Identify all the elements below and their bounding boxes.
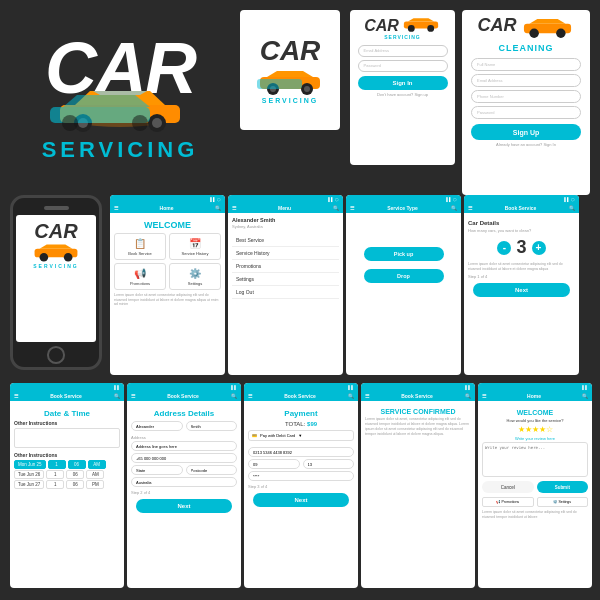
- dt-period-1[interactable]: AM: [88, 460, 106, 469]
- signup-button[interactable]: Sign Up: [471, 124, 581, 140]
- conf-header-title: Book Service: [401, 393, 433, 399]
- dt-search-icon: 🔍: [114, 393, 120, 399]
- review-textarea[interactable]: [482, 442, 588, 477]
- dt-min-3[interactable]: 06: [66, 480, 84, 489]
- menu-item-settings[interactable]: Settings: [232, 273, 339, 286]
- expiry-year[interactable]: [303, 459, 355, 469]
- review-buttons: Cancel Submit: [482, 481, 588, 493]
- next-button[interactable]: Next: [473, 283, 569, 297]
- email-input[interactable]: Email Address: [358, 45, 448, 57]
- menu-screen: ▌▌ ⬡ ☰ Menu 🔍 Alexander Smith Sydney, Au…: [228, 195, 343, 375]
- svg-point-8: [132, 115, 148, 131]
- pay-card-icon: 💳: [252, 433, 257, 438]
- settings-mini-card[interactable]: ⚙️ Settings: [537, 497, 589, 507]
- signin-button[interactable]: Sign In: [358, 76, 448, 90]
- cleaning-email[interactable]: Email Address: [471, 74, 581, 87]
- cleaning-fullname[interactable]: Full Name: [471, 58, 581, 71]
- drop-button[interactable]: Drop: [364, 269, 444, 283]
- addr-name-row: [131, 420, 237, 432]
- dt-date-1[interactable]: Mon Jun 25: [14, 460, 46, 469]
- conf-search-icon: 🔍: [465, 393, 471, 399]
- dt-period-3[interactable]: PM: [86, 480, 104, 489]
- review-search-icon: 🔍: [582, 393, 588, 399]
- cancel-button[interactable]: Cancel: [482, 481, 534, 493]
- bottom-screens: ▌▌ ☰ Book Service 🔍 Date & Time Other In…: [10, 383, 592, 588]
- menu-item-logout[interactable]: Log Out: [232, 286, 339, 299]
- pay-next-button[interactable]: Next: [253, 493, 348, 507]
- pay-back-icon: ☰: [248, 393, 252, 399]
- pay-card-row: 💳 Pay with Debit Card ▼: [248, 430, 354, 441]
- cleaning-phone[interactable]: Phone Number: [471, 90, 581, 103]
- dt-status-bar: ▌▌: [10, 383, 124, 391]
- dt-row-3: Tue Jun 27 1 06 PM: [14, 480, 120, 489]
- review-header: ☰ Home 🔍: [478, 391, 592, 401]
- payment-screen: ▌▌ ☰ Book Service 🔍 Payment TOTAL: $99 💳…: [244, 383, 358, 588]
- book-service-label: Book Service: [128, 251, 152, 256]
- svg-point-16: [408, 25, 415, 32]
- menu-item-promotions[interactable]: Promotions: [232, 260, 339, 273]
- settings-label: Settings: [188, 281, 202, 286]
- dt-period-2[interactable]: AM: [86, 470, 104, 479]
- password-input[interactable]: Password: [358, 60, 448, 72]
- menu-item-service-history[interactable]: Service History: [232, 247, 339, 260]
- service-history-card[interactable]: 📅 Service History: [169, 233, 221, 260]
- review-question: How would you like the service?: [482, 418, 588, 423]
- book-status-bar: ▌▌ ⬡: [464, 195, 579, 203]
- increment-button[interactable]: +: [532, 241, 546, 255]
- addr-next-button[interactable]: Next: [136, 499, 231, 513]
- addr-header: ☰ Book Service 🔍: [127, 391, 241, 401]
- book-service-card[interactable]: 📋 Book Service: [114, 233, 166, 260]
- phone-home-button[interactable]: [47, 346, 65, 364]
- dt-instructions-input[interactable]: [14, 428, 120, 448]
- dt-section-title: Date & Time: [14, 409, 120, 418]
- promotions-mini-card[interactable]: 📢 Promotions: [482, 497, 534, 507]
- dt-date-2[interactable]: Tue Jun 26: [14, 470, 44, 479]
- pickup-button[interactable]: Pick up: [364, 247, 444, 261]
- dt-date-3[interactable]: Tue Jun 27: [14, 480, 44, 489]
- cvv-input[interactable]: [248, 471, 354, 481]
- addr-country[interactable]: [131, 477, 237, 487]
- card-number-input[interactable]: [248, 447, 354, 457]
- svg-point-7: [62, 115, 78, 131]
- promotions-card[interactable]: 📢 Promotions: [114, 263, 166, 290]
- dt-min-2[interactable]: 06: [66, 470, 84, 479]
- cleaning-password[interactable]: Password: [471, 106, 581, 119]
- addr-firstname[interactable]: [131, 421, 183, 431]
- svg-point-22: [40, 253, 49, 262]
- submit-button[interactable]: Submit: [537, 481, 589, 493]
- expiry-month[interactable]: [248, 459, 300, 469]
- datetime-screen: ▌▌ ☰ Book Service 🔍 Date & Time Other In…: [10, 383, 124, 588]
- addr-address[interactable]: [131, 441, 237, 451]
- addr-lastname[interactable]: [186, 421, 238, 431]
- phone-speaker: [44, 206, 69, 210]
- dt-hour-1[interactable]: 1: [48, 460, 66, 469]
- dt-hour-3[interactable]: 1: [46, 480, 64, 489]
- dt-hour-2[interactable]: 1: [46, 470, 64, 479]
- car-details-title: Car Details: [468, 220, 575, 226]
- addr-postcode[interactable]: [186, 465, 238, 475]
- decrement-button[interactable]: -: [497, 241, 511, 255]
- addr-search-icon: 🔍: [231, 393, 237, 399]
- review-footer-text: Lorem ipsum dolor sit amet consectetur a…: [482, 510, 588, 519]
- book-service-screen: ▌▌ ⬡ ☰ Book Service 🔍 Car Details How ma…: [464, 195, 579, 375]
- settings-card[interactable]: ⚙️ Settings: [169, 263, 221, 290]
- dt-min-1[interactable]: 06: [68, 460, 86, 469]
- welcome-screen: ▌▌ ⬡ ☰ Home 🔍 WELCOME 📋 Book Service 📅 S…: [110, 195, 225, 375]
- small-car-icon: [255, 67, 325, 95]
- menu-header-title: Menu: [278, 205, 291, 211]
- service-search-icon: 🔍: [451, 205, 457, 211]
- brand-logo-area: CAR SERVICING: [10, 10, 230, 185]
- svg-point-5: [152, 118, 162, 128]
- cleaning-panel: CAR CLEANING Full Name Email Address Pho…: [462, 10, 590, 195]
- review-stars[interactable]: ★★★★☆: [482, 425, 588, 434]
- addr-phone[interactable]: [131, 453, 237, 463]
- pay-body: Payment TOTAL: $99 💳 Pay with Debit Card…: [244, 401, 358, 588]
- book-back-icon: ☰: [468, 205, 472, 211]
- svg-point-20: [556, 29, 565, 38]
- dt-header: ☰ Book Service 🔍: [10, 391, 124, 401]
- book-service-icon: 📋: [133, 237, 147, 249]
- pay-step: Step 3 of 4: [248, 484, 354, 489]
- addr-state[interactable]: [131, 465, 183, 475]
- menu-item-best-service[interactable]: Best Service: [232, 234, 339, 247]
- welcome-search-icon: 🔍: [215, 205, 221, 211]
